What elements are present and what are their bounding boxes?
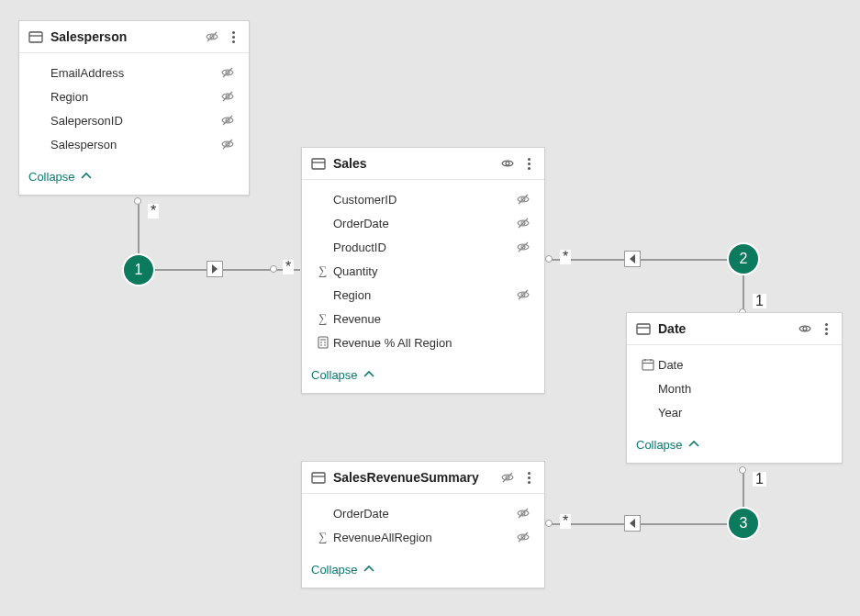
table-header[interactable]: Salesperson <box>19 21 249 53</box>
field-list: EmailAddress Region SalepersonID Salespe… <box>19 53 249 160</box>
field-label: OrderDate <box>333 507 513 521</box>
chevron-up-icon <box>687 437 701 452</box>
date-icon <box>638 357 658 372</box>
field-row[interactable]: CustomerID <box>307 187 539 211</box>
eye-icon[interactable] <box>500 156 515 171</box>
field-row[interactable]: OrderDate <box>307 211 539 235</box>
field-row[interactable]: Region <box>307 283 539 307</box>
cardinality-label: * <box>148 204 159 218</box>
sigma-icon: ∑ <box>313 311 333 326</box>
field-row[interactable]: SalepersonID <box>25 108 243 132</box>
callout-1: 1 <box>122 253 155 286</box>
chevron-up-icon <box>362 562 376 577</box>
field-row[interactable]: Revenue % All Region <box>307 330 539 354</box>
table-title: Date <box>658 321 790 336</box>
more-options-button[interactable] <box>820 320 832 337</box>
eye-off-icon[interactable] <box>218 65 238 80</box>
collapse-label: Collapse <box>28 170 75 184</box>
eye-off-icon[interactable] <box>218 113 238 128</box>
field-list: OrderDate ∑ RevenueAllRegion <box>302 494 544 553</box>
table-title: Salesperson <box>50 29 197 44</box>
cardinality-label: * <box>283 260 294 274</box>
relation-endpoint <box>545 520 553 527</box>
table-icon <box>636 321 651 336</box>
more-options-button[interactable] <box>522 155 535 172</box>
field-label: OrderDate <box>333 217 513 230</box>
relation-direction-arrow <box>624 251 641 267</box>
table-salesperson[interactable]: Salesperson EmailAddress Region Salepers… <box>18 20 250 196</box>
chevron-up-icon <box>362 367 376 382</box>
collapse-button[interactable]: Collapse <box>627 428 842 463</box>
eye-off-icon[interactable] <box>513 192 533 207</box>
eye-off-icon[interactable] <box>513 287 533 302</box>
field-row[interactable]: Year <box>632 400 836 424</box>
field-row[interactable]: ∑ RevenueAllRegion <box>307 525 539 549</box>
eye-off-icon[interactable] <box>513 240 533 254</box>
eye-off-icon[interactable] <box>218 137 238 151</box>
table-sales[interactable]: Sales CustomerID OrderDate ProductID ∑ <box>301 147 545 394</box>
field-label: Revenue <box>333 312 513 326</box>
callout-2: 2 <box>727 242 760 275</box>
more-options-button[interactable] <box>227 28 240 45</box>
eye-off-icon[interactable] <box>513 216 533 230</box>
table-title: SalesRevenueSummary <box>333 470 493 485</box>
field-label: Date <box>658 358 810 372</box>
table-header[interactable]: Sales <box>302 148 544 180</box>
field-row[interactable]: Salesperson <box>25 132 243 156</box>
relation-line <box>547 259 743 261</box>
field-label: ProductID <box>333 241 513 254</box>
table-icon <box>28 29 43 44</box>
table-icon <box>311 470 326 485</box>
sigma-icon: ∑ <box>313 263 333 278</box>
field-label: Region <box>333 288 513 302</box>
cardinality-label: * <box>560 250 571 264</box>
eye-off-icon[interactable] <box>513 506 533 521</box>
field-row[interactable]: Region <box>25 84 243 108</box>
field-label: Quantity <box>333 264 513 278</box>
cardinality-label: 1 <box>753 472 766 487</box>
field-label: Revenue % All Region <box>333 336 513 350</box>
cardinality-label: 1 <box>753 294 766 308</box>
field-row[interactable]: Date <box>632 353 836 376</box>
eye-off-icon[interactable] <box>500 470 515 485</box>
diagram-canvas[interactable]: * * * 1 1 * Salesperson EmailAddress <box>0 0 860 616</box>
collapse-button[interactable]: Collapse <box>302 358 544 393</box>
chevron-up-icon <box>79 169 94 184</box>
eye-icon[interactable] <box>798 321 812 336</box>
field-label: RevenueAllRegion <box>333 531 513 544</box>
table-salesrevenuesummary[interactable]: SalesRevenueSummary OrderDate ∑ RevenueA… <box>301 461 545 588</box>
table-title: Sales <box>333 156 493 171</box>
collapse-label: Collapse <box>311 368 358 382</box>
callout-3: 3 <box>727 507 760 540</box>
field-list: CustomerID OrderDate ProductID ∑ Quantit… <box>302 180 544 358</box>
collapse-label: Collapse <box>636 438 683 452</box>
table-header[interactable]: Date <box>627 313 842 345</box>
relation-endpoint <box>134 197 141 205</box>
relation-endpoint <box>739 466 746 474</box>
table-header[interactable]: SalesRevenueSummary <box>302 462 544 494</box>
relation-direction-arrow <box>207 261 223 277</box>
relation-endpoint <box>545 255 553 263</box>
sigma-icon: ∑ <box>313 530 333 544</box>
relation-endpoint <box>270 265 277 273</box>
field-label: Region <box>50 90 218 104</box>
field-row[interactable]: ∑ Quantity <box>307 259 539 283</box>
cardinality-label: * <box>560 514 571 529</box>
eye-off-icon[interactable] <box>205 29 219 44</box>
more-options-button[interactable] <box>522 469 535 486</box>
collapse-label: Collapse <box>311 563 358 577</box>
collapse-button[interactable]: Collapse <box>19 160 249 195</box>
field-row[interactable]: ∑ Revenue <box>307 307 539 330</box>
field-row[interactable]: OrderDate <box>307 501 539 525</box>
field-label: Month <box>658 382 810 396</box>
field-row[interactable]: Month <box>632 376 836 400</box>
calculator-icon <box>313 335 333 350</box>
field-row[interactable]: EmailAddress <box>25 61 243 84</box>
table-date[interactable]: Date Date Month Year Collapse <box>626 312 843 464</box>
table-icon <box>311 156 326 171</box>
eye-off-icon[interactable] <box>218 89 238 104</box>
collapse-button[interactable]: Collapse <box>302 553 544 588</box>
eye-off-icon[interactable] <box>513 530 533 544</box>
field-label: SalepersonID <box>50 114 218 128</box>
field-row[interactable]: ProductID <box>307 235 539 259</box>
